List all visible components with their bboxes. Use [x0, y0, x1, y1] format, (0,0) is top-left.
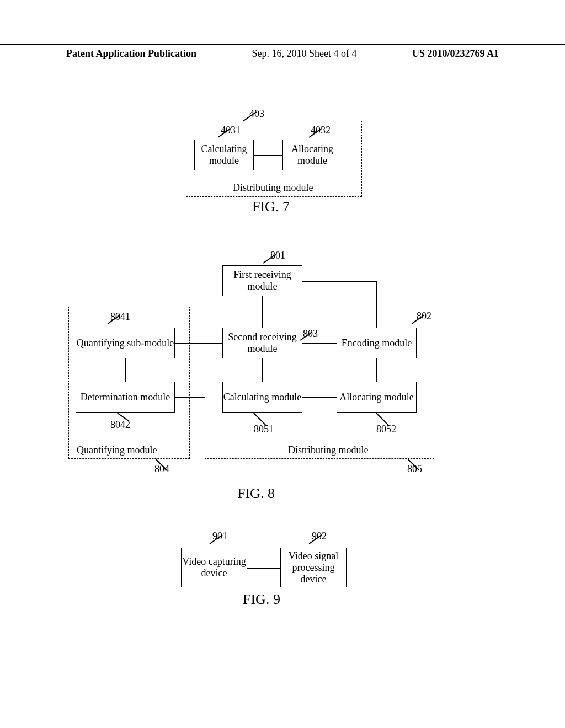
allocating-box-fig8: Allocating module: [337, 382, 417, 413]
connector-first-enc-v: [376, 281, 377, 328]
quantifying-module-label: Quantifying module: [76, 445, 158, 456]
distributing-module-label-fig8: Distributing module: [287, 445, 370, 456]
fig7-caption: FIG. 7: [252, 199, 290, 215]
ref-8042: 8042: [110, 419, 130, 431]
encoding-box: Encoding module: [337, 328, 417, 358]
calculating-module-box: Calculating module: [194, 140, 254, 170]
ref-4031: 4031: [221, 125, 241, 136]
ref-4032: 4032: [311, 125, 331, 136]
first-receiving-box: First receiving module: [222, 265, 302, 296]
ref-8052: 8052: [376, 424, 396, 435]
distributing-module-label: Distributing module: [232, 182, 315, 194]
first-receiving-label: First receiving module: [223, 269, 302, 292]
connector-second-enc: [302, 343, 337, 344]
connector-first-right: [302, 281, 377, 282]
connector-enc-alloc: [376, 358, 377, 382]
second-receiving-box: Second receiving module: [222, 328, 302, 358]
video-capturing-box: Video capturing device: [181, 548, 247, 587]
encoding-label: Encoding module: [342, 338, 412, 349]
ref-8041: 8041: [110, 311, 130, 323]
calculating-label-fig8: Calculating module: [223, 392, 301, 403]
fig8-caption: FIG. 8: [237, 485, 275, 502]
connector-vid-cap-proc: [247, 568, 280, 569]
connector-qsub-determ: [125, 358, 126, 382]
ref-802: 802: [417, 311, 431, 322]
allocating-module-box: Allocating module: [282, 140, 342, 170]
connector-calc-alloc: [254, 155, 282, 156]
calculating-module-label: Calculating module: [195, 143, 253, 167]
connector-first-second: [262, 296, 263, 328]
connector-qsub-second: [175, 343, 222, 344]
fig9-caption: FIG. 9: [243, 591, 280, 608]
determination-box: Determination module: [76, 382, 175, 413]
video-capturing-label: Video capturing device: [182, 556, 247, 579]
calculating-box-fig8: Calculating module: [222, 382, 302, 413]
ref-8051: 8051: [254, 424, 274, 435]
quantifying-sub-label: Quantifying sub-module: [77, 338, 174, 349]
allocating-module-label: Allocating module: [283, 143, 342, 167]
quantifying-sub-box: Quantifying sub-module: [76, 328, 175, 358]
video-processing-label: Video signal processing device: [281, 550, 346, 585]
video-processing-box: Video signal processing device: [280, 548, 347, 587]
connector-second-calc: [262, 358, 263, 382]
allocating-label-fig8: Allocating module: [339, 392, 413, 403]
determination-label: Determination module: [81, 392, 170, 403]
connector-calc-alloc-fig8: [302, 397, 337, 398]
second-receiving-label: Second receiving module: [223, 331, 302, 355]
ref-803: 803: [303, 328, 318, 340]
page-content: 403 4031 4032 Calculating module Allocat…: [0, 0, 565, 728]
connector-determ-dist: [175, 397, 205, 398]
